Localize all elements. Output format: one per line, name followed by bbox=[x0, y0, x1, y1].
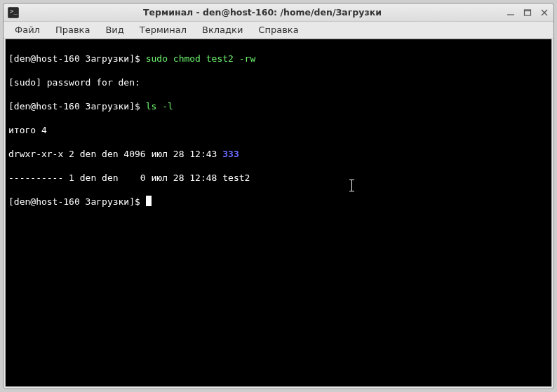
terminal-line: ---------- 1 den den 0 июл 28 12:48 test… bbox=[8, 172, 549, 184]
prompt: [den@host-160 Загрузки]$ bbox=[8, 53, 146, 64]
titlebar[interactable]: Терминал - den@host-160: /home/den/Загру… bbox=[4, 4, 553, 22]
minimize-icon bbox=[506, 8, 515, 17]
prompt: [den@host-160 Загрузки]$ bbox=[8, 196, 146, 207]
terminal-line: [den@host-160 Загрузки]$ bbox=[8, 196, 549, 208]
menu-tabs[interactable]: Вкладки bbox=[195, 23, 250, 36]
terminal-line: drwxr-xr-x 2 den den 4096 июл 28 12:43 3… bbox=[8, 148, 549, 160]
terminal-window: Терминал - den@host-160: /home/den/Загру… bbox=[3, 3, 554, 389]
close-icon bbox=[540, 8, 549, 17]
command-text: sudo chmod test2 -rw bbox=[146, 53, 256, 64]
menu-edit[interactable]: Правка bbox=[48, 23, 97, 36]
terminal-line: итого 4 bbox=[8, 124, 549, 136]
menu-terminal[interactable]: Терминал bbox=[133, 23, 194, 36]
close-button[interactable] bbox=[539, 8, 549, 18]
menu-file[interactable]: Файл bbox=[8, 23, 47, 36]
terminal-line: [den@host-160 Загрузки]$ sudo chmod test… bbox=[8, 53, 549, 65]
ls-entry: drwxr-xr-x 2 den den 4096 июл 28 12:43 bbox=[8, 149, 222, 159]
maximize-button[interactable] bbox=[523, 8, 532, 18]
prompt: [den@host-160 Загрузки]$ bbox=[8, 101, 146, 111]
menubar: Файл Правка Вид Терминал Вкладки Справка bbox=[4, 22, 553, 39]
directory-name: 333 bbox=[222, 149, 239, 159]
terminal-line: [sudo] password for den: bbox=[8, 76, 549, 88]
maximize-icon bbox=[523, 8, 532, 17]
command-text: ls -l bbox=[146, 101, 173, 111]
window-controls bbox=[506, 8, 549, 18]
minimize-button[interactable] bbox=[506, 8, 516, 18]
menu-help[interactable]: Справка bbox=[251, 23, 305, 36]
terminal-line: [den@host-160 Загрузки]$ ls -l bbox=[8, 100, 549, 112]
block-cursor bbox=[146, 196, 152, 206]
menu-view[interactable]: Вид bbox=[98, 23, 130, 36]
terminal-app-icon bbox=[8, 7, 19, 18]
window-title: Терминал - den@host-160: /home/den/Загру… bbox=[23, 7, 502, 18]
terminal-viewport[interactable]: [den@host-160 Загрузки]$ sudo chmod test… bbox=[5, 39, 552, 387]
